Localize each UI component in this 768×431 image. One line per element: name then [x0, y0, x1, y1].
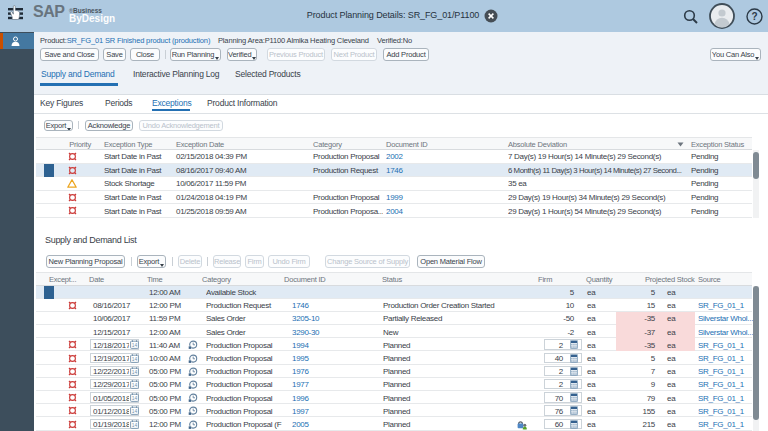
svg-text:14: 14 [131, 396, 137, 401]
svg-text:14: 14 [131, 370, 137, 375]
svg-text:?: ? [751, 11, 757, 22]
svg-text:14: 14 [131, 357, 137, 362]
svg-text:14: 14 [131, 383, 137, 388]
svg-text:14: 14 [131, 410, 137, 415]
svg-text:14: 14 [131, 344, 137, 349]
svg-text:14: 14 [131, 423, 137, 428]
